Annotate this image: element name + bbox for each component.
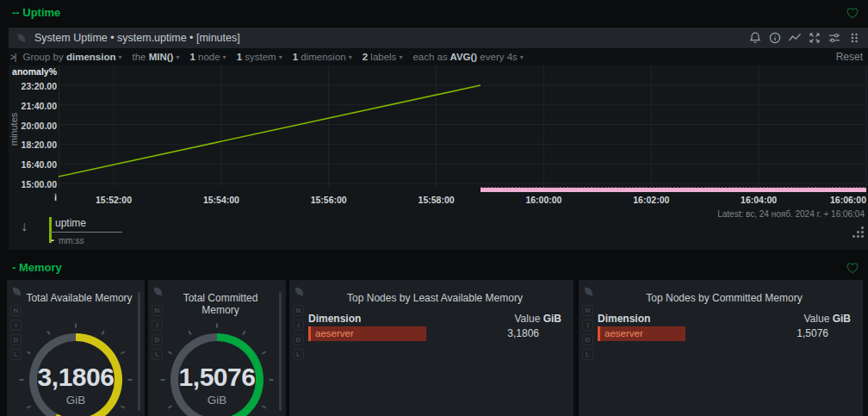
chart-legend: ↓ uptime - mm:ss xyxy=(9,215,868,250)
resize-dot xyxy=(857,231,859,233)
x-axis-tick-label: 15:58:00 xyxy=(418,195,455,205)
table-title: Top Nodes by Committed Memory xyxy=(594,292,854,304)
y-axis-tick-label: 20:00.00 xyxy=(10,121,57,131)
gauge-tick-mark xyxy=(216,324,218,328)
alerts-bell-icon[interactable] xyxy=(748,31,762,45)
x-axis-tick-label: 15:52:00 xyxy=(96,195,132,205)
gauge-card-available-memory: NIDL Total Available Memory 3,1806 GiB xyxy=(7,280,145,416)
table-row-dimension-bar[interactable]: aeserver xyxy=(598,326,685,341)
filter-chip-n[interactable]: N xyxy=(10,305,22,316)
uptime-section-header: -- Uptime xyxy=(0,0,868,26)
filter-chip-n[interactable]: N xyxy=(293,305,304,316)
chevron-down-icon: ▾ xyxy=(223,53,226,61)
gauge-tick-mark xyxy=(242,331,245,335)
anomaly-gap-band xyxy=(480,188,866,192)
x-axis-tick-label: 16:04:00 xyxy=(741,195,777,205)
toolbar-dropdown[interactable]: 1 node▾ xyxy=(189,52,226,62)
favorite-heart-icon[interactable] xyxy=(846,6,859,20)
gauge-title: Total Available Memory xyxy=(22,292,136,304)
toolbar-dropdown[interactable]: 1 dimension▾ xyxy=(293,52,352,62)
resize-dot xyxy=(861,231,864,233)
card-leaf-icon xyxy=(582,285,595,298)
memory-section-title: - Memory xyxy=(12,261,62,274)
collapse-icon[interactable]: >| xyxy=(10,53,16,62)
card-leaf-icon xyxy=(293,285,306,298)
filter-chip-n[interactable]: N xyxy=(582,305,593,316)
column-header-value: Value GiB xyxy=(804,313,852,325)
resize-dot xyxy=(857,235,859,238)
gauge-tick-mark xyxy=(101,331,104,335)
table-row-dimension-bar[interactable]: aeserver xyxy=(308,326,426,341)
gauge-tick-mark xyxy=(262,351,266,354)
filter-chip-l[interactable]: L xyxy=(293,349,304,360)
legend-dimension-name[interactable]: uptime xyxy=(55,217,86,229)
gauge-unit: GiB xyxy=(7,394,145,407)
gauge-tick-mark xyxy=(27,351,31,354)
line-chart-icon[interactable] xyxy=(788,31,802,45)
card-leaf-icon xyxy=(152,285,164,298)
settings-sliders-icon[interactable] xyxy=(828,31,841,45)
card-leaf-icon xyxy=(10,285,23,298)
gauge-tick-mark xyxy=(121,351,125,354)
filter-chip-n[interactable]: N xyxy=(152,305,163,316)
table-card-least-available-memory: NIDL Top Nodes by Least Available Memory… xyxy=(289,280,574,416)
column-header-dimension: Dimension xyxy=(308,313,361,325)
gauge-tick-mark xyxy=(46,331,50,335)
gauge-tick-mark xyxy=(75,324,77,328)
table-title: Top Nodes by Least Available Memory xyxy=(305,292,565,304)
legend-sort-icon[interactable]: ↓ xyxy=(21,219,28,234)
gauge-tick-mark xyxy=(168,351,172,354)
y-axis-tick-label: 15:00.00 xyxy=(10,179,57,189)
resize-dot xyxy=(852,235,855,238)
toolbar-dropdown[interactable]: each as AVG() every 4s▾ xyxy=(412,52,523,62)
toolbar-dropdown[interactable]: 2 labels▾ xyxy=(363,52,403,62)
y-axis-tick-label: 21:40.00 xyxy=(10,101,57,111)
filter-chip-d[interactable]: D xyxy=(582,334,593,345)
column-header-value: Value GiB xyxy=(515,313,562,325)
filter-chip-d[interactable]: D xyxy=(293,334,304,345)
x-axis-tick-label: 16:06:00 xyxy=(830,195,866,205)
chevron-down-icon: ▾ xyxy=(118,53,121,61)
gauge-tick-mark xyxy=(188,331,191,335)
gauge-card-committed-memory: NIDL Total Committed Memory 1,5076 GiB xyxy=(148,280,286,416)
uptime-line-chart[interactable] xyxy=(59,65,868,192)
memory-section-header: - Memory xyxy=(0,255,868,281)
drag-handle-icon[interactable] xyxy=(847,31,861,45)
filter-chip-i[interactable]: I xyxy=(582,320,593,331)
toolbar-dropdown[interactable]: 1 system▾ xyxy=(237,52,282,62)
x-axis-tick-label: 15:56:00 xyxy=(311,195,347,205)
gauge-value: 1,5076 xyxy=(148,363,286,392)
legend-underline xyxy=(49,232,122,233)
x-axis-tick-label: 15:54:00 xyxy=(203,195,239,205)
resize-dot xyxy=(861,227,864,229)
toolbar-dropdown[interactable]: Group by dimension▾ xyxy=(22,52,121,62)
card-scrollbar[interactable] xyxy=(279,292,282,411)
toolbar-dropdown[interactable]: the MIN()▾ xyxy=(132,52,179,62)
info-axis-label: i xyxy=(9,192,57,202)
legend-dimension-value: - xyxy=(51,234,54,246)
gauge-unit: GiB xyxy=(148,394,286,407)
filter-chip-i[interactable]: I xyxy=(293,320,304,331)
gauge-title: Total Committed Memory xyxy=(164,292,277,316)
favorite-heart-icon[interactable] xyxy=(846,261,859,275)
table-row-value: 3,1806 xyxy=(507,327,539,339)
resize-dot xyxy=(861,235,864,238)
info-icon[interactable] xyxy=(768,31,782,45)
y-axis-tick-label: 18:20.00 xyxy=(10,140,57,150)
chevron-down-icon: ▾ xyxy=(520,53,524,61)
chart-title: System Uptime • system.uptime • [minutes… xyxy=(34,32,240,44)
anomaly-axis-label: anomaly% xyxy=(9,66,57,77)
chart-header: System Uptime • system.uptime • [minutes… xyxy=(9,28,868,48)
reset-button[interactable]: Reset xyxy=(836,51,863,63)
chevron-down-icon: ▾ xyxy=(399,53,402,61)
x-axis-tick-label: 16:00:00 xyxy=(525,195,561,205)
uptime-chart-card: System Uptime • system.uptime • [minutes… xyxy=(9,28,868,250)
x-axis-tick-label: 16:02:00 xyxy=(633,195,669,205)
filter-chip-l[interactable]: L xyxy=(582,349,593,360)
card-scrollbar[interactable] xyxy=(138,292,140,411)
expand-fullscreen-icon[interactable] xyxy=(808,31,822,45)
chart-resize-handle[interactable] xyxy=(852,226,864,238)
column-header-dimension: Dimension xyxy=(598,313,650,325)
chevron-down-icon: ▾ xyxy=(176,53,179,61)
chart-leaf-icon xyxy=(16,32,28,44)
